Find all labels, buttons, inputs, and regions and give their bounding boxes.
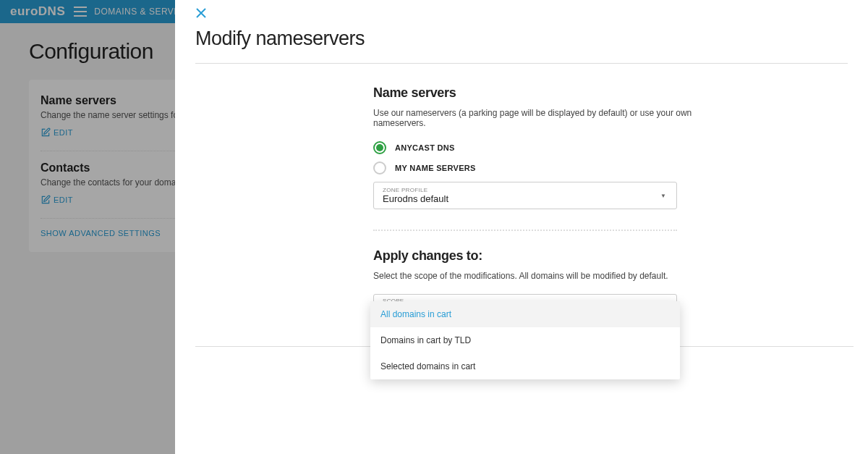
close-button[interactable] xyxy=(195,6,207,22)
radio-button-icon xyxy=(373,141,386,154)
scope-option-all[interactable]: All domains in cart xyxy=(370,301,680,327)
modify-nameservers-modal: Modify nameservers Name servers Use our … xyxy=(175,0,868,454)
zone-profile-label: ZONE PROFILE xyxy=(383,187,668,193)
scope-option-tld[interactable]: Domains in cart by TLD xyxy=(370,327,680,353)
divider xyxy=(373,230,677,231)
nameservers-group: Name servers Use our nameservers (a park… xyxy=(373,85,697,347)
radio-own-nameservers[interactable]: MY NAME SERVERS xyxy=(373,161,697,175)
radio-anycast[interactable]: ANYCAST DNS xyxy=(373,141,697,154)
modal-title: Modify nameservers xyxy=(195,28,848,64)
zone-profile-select[interactable]: ZONE PROFILE Eurodns default ▼ xyxy=(373,182,677,209)
apply-heading: Apply changes to: xyxy=(373,248,697,264)
scope-option-selected[interactable]: Selected domains in cart xyxy=(370,353,680,379)
close-icon xyxy=(195,7,207,19)
nameservers-desc: Use our nameservers (a parking page will… xyxy=(373,108,697,128)
apply-desc: Select the scope of the modifications. A… xyxy=(373,271,697,281)
chevron-down-icon: ▼ xyxy=(660,193,666,199)
zone-profile-value: Eurodns default xyxy=(383,193,668,204)
scope-dropdown: All domains in cart Domains in cart by T… xyxy=(370,301,680,379)
radio-button-icon xyxy=(373,161,386,175)
nameservers-heading: Name servers xyxy=(373,85,697,101)
